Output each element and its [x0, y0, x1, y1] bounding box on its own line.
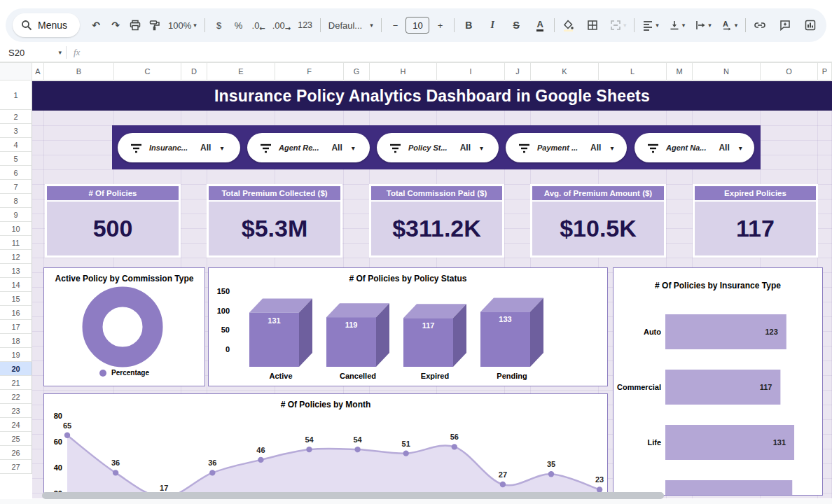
- row-header-15[interactable]: 15: [0, 292, 32, 306]
- paint-format-button[interactable]: [146, 16, 164, 34]
- slicer-value: All: [590, 143, 601, 153]
- increase-font-size-button[interactable]: +: [431, 16, 449, 34]
- toolbar: Menus ↶ ↷ 100% ▾ $ % .0← .00→ 123 De: [6, 8, 826, 42]
- column-header-E[interactable]: E: [207, 62, 275, 80]
- column-header-O[interactable]: O: [761, 62, 818, 80]
- chart-policies-by-month[interactable]: # Of Policies by Month 80604020653617364…: [43, 393, 608, 498]
- column-header-P[interactable]: P: [818, 62, 832, 80]
- row-header-5[interactable]: 5: [0, 152, 32, 166]
- format-percent-button[interactable]: %: [230, 16, 248, 34]
- row-header-14[interactable]: 14: [0, 278, 32, 292]
- slicer-insuranc[interactable]: Insuranc...All▾: [118, 133, 240, 162]
- font-size-input[interactable]: 10: [405, 17, 429, 34]
- chart-insurance-type[interactable]: # Of Policies by Insurance Type Auto123C…: [613, 267, 823, 496]
- row-header-13[interactable]: 13: [0, 264, 32, 278]
- svg-text:23: 23: [595, 475, 604, 484]
- print-button[interactable]: [126, 16, 144, 34]
- row-header-19[interactable]: 19: [0, 348, 32, 362]
- font-select[interactable]: Defaul... ▾: [326, 16, 376, 34]
- kpi-card-2[interactable]: Total Commission Paid ($)$311.2K: [369, 184, 504, 258]
- row-header-3[interactable]: 3: [0, 124, 32, 138]
- text-color-button[interactable]: A: [536, 20, 543, 31]
- column-header-A[interactable]: A: [32, 62, 44, 80]
- more-formats-button[interactable]: 123: [295, 16, 315, 34]
- row-header-12[interactable]: 12: [0, 250, 32, 264]
- kpi-card-3[interactable]: Avg. of Premium Amount ($)$10.5K: [530, 184, 666, 258]
- column-header-K[interactable]: K: [531, 62, 599, 80]
- italic-button[interactable]: I: [483, 16, 501, 34]
- column-header-D[interactable]: D: [181, 62, 207, 80]
- row-header-20[interactable]: 20: [0, 362, 32, 376]
- kpi-card-4[interactable]: Expired Policies117: [693, 184, 818, 258]
- strikethrough-button[interactable]: S: [507, 16, 525, 34]
- row-header-8[interactable]: 8: [0, 194, 32, 208]
- column-header-H[interactable]: H: [370, 62, 437, 80]
- kpi-card-1[interactable]: Total Premium Collected ($)$5.3M: [207, 184, 342, 258]
- increase-decimal-button[interactable]: .00→: [270, 16, 293, 34]
- decrease-font-size-button[interactable]: −: [386, 16, 404, 34]
- paint-format-icon: [149, 20, 160, 31]
- column-header-C[interactable]: C: [114, 62, 181, 80]
- row-header-1[interactable]: 1: [0, 80, 32, 110]
- svg-text:117: 117: [422, 321, 435, 330]
- svg-text:117: 117: [760, 383, 772, 391]
- slicer-policyst[interactable]: Policy St...All▾: [377, 133, 499, 162]
- vertical-align-button[interactable]: ▾: [666, 16, 688, 34]
- horizontal-scrollbar[interactable]: [42, 492, 664, 499]
- column-header-G[interactable]: G: [344, 62, 370, 80]
- insert-link-button[interactable]: [751, 16, 769, 34]
- bold-button[interactable]: B: [459, 16, 478, 34]
- column-header-F[interactable]: F: [275, 62, 344, 80]
- chevron-down-icon: ▾: [193, 22, 197, 29]
- chart-policy-status[interactable]: # Of Policies by Policy Status 150100500…: [208, 267, 608, 386]
- row-header-16[interactable]: 16: [0, 306, 32, 320]
- zoom-select[interactable]: 100% ▾: [165, 16, 200, 34]
- text-rotation-button[interactable]: A ▾: [719, 16, 741, 34]
- menus-button[interactable]: Menus: [13, 13, 80, 37]
- column-header-M[interactable]: M: [667, 62, 693, 80]
- column-header-J[interactable]: J: [505, 62, 531, 80]
- row-header-25[interactable]: 25: [0, 432, 32, 446]
- select-all-corner[interactable]: [0, 62, 32, 80]
- row-header-21[interactable]: 21: [0, 376, 32, 390]
- row-header-6[interactable]: 6: [0, 166, 32, 180]
- svg-text:51: 51: [402, 440, 410, 448]
- row-header-10[interactable]: 10: [0, 222, 32, 236]
- slicer-agentre[interactable]: Agent Re...All▾: [247, 133, 370, 162]
- row-header-18[interactable]: 18: [0, 334, 32, 348]
- chart-commission-type[interactable]: Active Policy by Commission Type Percent…: [43, 267, 205, 386]
- name-box[interactable]: S20 ▾: [0, 48, 62, 58]
- insert-comment-button[interactable]: [776, 16, 794, 34]
- borders-button[interactable]: [583, 16, 602, 34]
- insert-chart-button[interactable]: [801, 16, 819, 34]
- horizontal-align-button[interactable]: ▾: [639, 16, 662, 34]
- column-header-I[interactable]: I: [437, 62, 505, 80]
- row-header-27[interactable]: 27: [0, 460, 32, 474]
- column-header-B[interactable]: B: [44, 62, 114, 80]
- slicer-agentna[interactable]: Agent Na...All▾: [635, 133, 754, 162]
- row-header-17[interactable]: 17: [0, 320, 32, 334]
- window-top-strip: [0, 0, 832, 8]
- kpi-label: Expired Policies: [695, 186, 816, 200]
- kpi-card-0[interactable]: # Of Policies500: [45, 184, 181, 258]
- row-header-2[interactable]: 2: [0, 110, 32, 124]
- row-header-22[interactable]: 22: [0, 390, 32, 404]
- text-wrap-button[interactable]: ▾: [692, 16, 714, 34]
- format-currency-button[interactable]: $: [210, 16, 228, 34]
- chevron-down-icon: ▾: [58, 49, 62, 56]
- row-header-26[interactable]: 26: [0, 446, 32, 460]
- row-header-4[interactable]: 4: [0, 138, 32, 152]
- row-header-9[interactable]: 9: [0, 208, 32, 222]
- svg-text:65: 65: [63, 421, 71, 430]
- row-header-23[interactable]: 23: [0, 404, 32, 418]
- slicer-payment[interactable]: Payment ...All▾: [506, 133, 627, 162]
- row-header-7[interactable]: 7: [0, 180, 32, 194]
- column-header-N[interactable]: N: [693, 62, 761, 80]
- row-header-24[interactable]: 24: [0, 418, 32, 432]
- redo-button[interactable]: ↷: [106, 16, 125, 34]
- column-header-L[interactable]: L: [599, 62, 667, 80]
- undo-button[interactable]: ↶: [87, 16, 105, 34]
- fill-color-button[interactable]: [560, 16, 578, 34]
- row-header-11[interactable]: 11: [0, 236, 32, 250]
- decrease-decimal-button[interactable]: .0←: [249, 16, 268, 34]
